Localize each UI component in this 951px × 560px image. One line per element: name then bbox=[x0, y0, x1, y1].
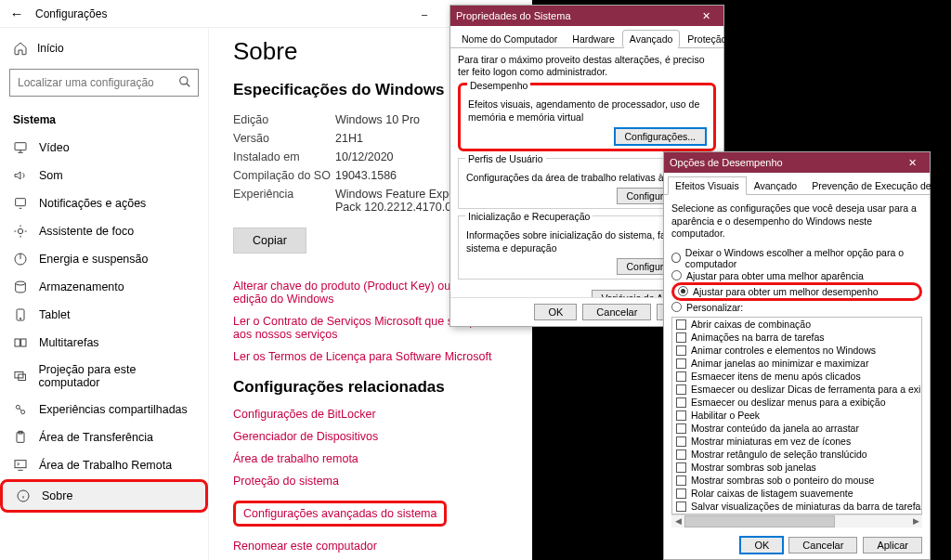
checkbox-item[interactable]: Animações na barra de tarefas bbox=[672, 331, 921, 344]
power-icon bbox=[13, 252, 28, 267]
back-button[interactable]: ← bbox=[6, 6, 28, 21]
performance-group-text: Efeitos visuais, agendamento de processa… bbox=[468, 98, 706, 124]
ok-button[interactable]: OK bbox=[534, 304, 577, 320]
sidebar-item-display[interactable]: Vídeo bbox=[0, 134, 208, 162]
checkbox-item[interactable]: Mostrar miniaturas em vez de ícones bbox=[672, 435, 921, 448]
checkbox-label: Animar controles e elementos no Windows bbox=[691, 345, 876, 356]
sidebar-item-focus[interactable]: Assistente de foco bbox=[0, 217, 208, 245]
radio-icon bbox=[671, 253, 681, 263]
sidebar-item-about[interactable]: Sobre bbox=[0, 479, 208, 513]
checkbox-label: Animações na barra de tarefas bbox=[691, 332, 825, 343]
perf-title: Opções de Desempenho bbox=[670, 157, 783, 168]
performance-settings-button[interactable]: Configurações... bbox=[615, 128, 706, 145]
storage-icon bbox=[13, 280, 28, 294]
related-link[interactable]: Gerenciador de Dispositivos bbox=[233, 430, 508, 443]
cancel-button[interactable]: Cancelar bbox=[788, 537, 857, 553]
svg-rect-2 bbox=[16, 199, 26, 206]
svg-point-3 bbox=[18, 228, 22, 233]
tab-nome-do-computador[interactable]: Nome do Computador bbox=[454, 30, 565, 47]
product-link[interactable]: Ler os Termos de Licença para Software M… bbox=[233, 350, 508, 363]
related-heading: Configurações relacionadas bbox=[233, 378, 508, 397]
sidebar-item-label: Tablet bbox=[39, 308, 70, 321]
checkbox-icon bbox=[676, 449, 686, 460]
scroll-left-arrow[interactable]: ◀ bbox=[671, 515, 684, 527]
home-label: Início bbox=[37, 42, 64, 55]
radio-icon bbox=[678, 286, 688, 296]
tab-avançado[interactable]: Avançado bbox=[747, 176, 805, 194]
sysprops-title: Propriedades do Sistema bbox=[456, 10, 571, 21]
performance-options-dialog: Opções de Desempenho ✕ Efeitos VisuaisAv… bbox=[663, 151, 931, 560]
checkbox-item[interactable]: Esmaecer ou deslizar menus para a exibiç… bbox=[672, 396, 921, 409]
checkbox-icon bbox=[676, 371, 686, 382]
ok-button[interactable]: OK bbox=[740, 537, 783, 553]
related-link[interactable]: Área de trabalho remota bbox=[233, 452, 508, 465]
scroll-right-arrow[interactable]: ▶ bbox=[909, 515, 922, 527]
scroll-thumb[interactable] bbox=[684, 515, 835, 527]
checkbox-item[interactable]: Esmaecer itens de menu após clicados bbox=[672, 370, 921, 383]
cancel-button[interactable]: Cancelar bbox=[582, 304, 651, 320]
checkbox-item[interactable]: Mostrar retângulo de seleção translúcido bbox=[672, 448, 921, 461]
copy-button[interactable]: Copiar bbox=[233, 228, 306, 254]
radio-option[interactable]: Personalizar: bbox=[671, 302, 922, 313]
sidebar-item-label: Energia e suspensão bbox=[39, 253, 148, 266]
sidebar-item-remote[interactable]: Área de Trabalho Remota bbox=[0, 451, 208, 479]
related-link[interactable]: Renomear este computador bbox=[233, 540, 508, 553]
radio-option[interactable]: Ajustar para obter uma melhor aparência bbox=[671, 270, 922, 281]
sidebar-item-home[interactable]: Início bbox=[0, 35, 208, 61]
checkbox-icon bbox=[676, 488, 686, 499]
checkbox-icon bbox=[676, 384, 686, 395]
tab-remoto[interactable]: Remoto bbox=[786, 30, 835, 47]
tab-efeitos-visuais[interactable]: Efeitos Visuais bbox=[668, 176, 747, 195]
sidebar-item-label: Armazenamento bbox=[39, 280, 124, 293]
sidebar-item-storage[interactable]: Armazenamento bbox=[0, 273, 208, 301]
checkbox-item[interactable]: Habilitar o Peek bbox=[672, 409, 921, 422]
related-link[interactable]: Configurações avançadas do sistema bbox=[233, 501, 447, 527]
sidebar-item-notif[interactable]: Notificações e ações bbox=[0, 189, 208, 217]
checkbox-item[interactable]: Rolar caixas de listagem suavemente bbox=[672, 487, 921, 500]
close-button[interactable]: ✕ bbox=[694, 10, 718, 22]
sidebar-item-multitask[interactable]: Multitarefas bbox=[0, 329, 208, 357]
checkbox-item[interactable]: Esmaecer ou deslizar Dicas de ferramenta… bbox=[672, 383, 921, 396]
related-link[interactable]: Configurações de BitLocker bbox=[233, 408, 508, 421]
visual-effects-list[interactable]: Abrir caixas de combinaçãoAnimações na b… bbox=[671, 317, 922, 514]
svg-rect-9 bbox=[21, 339, 26, 346]
sidebar-item-project[interactable]: Projeção para este computador bbox=[0, 357, 208, 396]
sidebar-item-label: Projeção para este computador bbox=[38, 363, 195, 389]
apply-button[interactable]: Aplicar bbox=[863, 537, 922, 553]
checkbox-item[interactable]: Animar controles e elementos no Windows bbox=[672, 344, 921, 357]
tab-avançado[interactable]: Avançado bbox=[622, 30, 681, 48]
close-button[interactable]: ✕ bbox=[900, 157, 924, 169]
checkbox-item[interactable]: Salvar visualizações de miniaturas da ba… bbox=[672, 500, 921, 513]
display-icon bbox=[13, 140, 28, 155]
sidebar-item-tablet[interactable]: Tablet bbox=[0, 301, 208, 329]
checkbox-item[interactable]: Mostrar sombras sob janelas bbox=[672, 461, 921, 474]
focus-icon bbox=[13, 224, 28, 239]
checkbox-label: Esmaecer ou deslizar menus para a exibiç… bbox=[691, 397, 886, 408]
checkbox-item[interactable]: Animar janelas ao minimizar e maximizar bbox=[672, 357, 921, 370]
related-link[interactable]: Proteção do sistema bbox=[233, 475, 508, 488]
checkbox-label: Esmaecer itens de menu após clicados bbox=[691, 371, 861, 382]
checkbox-label: Salvar visualizações de miniaturas da ba… bbox=[691, 501, 922, 512]
checkbox-item[interactable]: Mostrar conteúdo da janela ao arrastar bbox=[672, 422, 921, 435]
svg-rect-8 bbox=[15, 339, 20, 346]
radio-option[interactable]: Deixar o Windows escolher a melhor opção… bbox=[671, 247, 922, 269]
checkbox-item[interactable]: Mostrar sombras sob o ponteiro do mouse bbox=[672, 474, 921, 487]
settings-sidebar: Início Sistema VídeoSomNotificações e aç… bbox=[0, 28, 209, 560]
checkbox-item[interactable]: Abrir caixas de combinação bbox=[672, 318, 921, 331]
performance-group-title: Desempenho bbox=[467, 79, 530, 92]
minimize-button[interactable]: – bbox=[404, 0, 445, 28]
startup-title: Inicialização e Recuperação bbox=[465, 210, 593, 223]
sidebar-item-power[interactable]: Energia e suspensão bbox=[0, 245, 208, 273]
search-input-wrapper[interactable] bbox=[9, 69, 199, 97]
tab-proteção-do-sistema[interactable]: Proteção do Sistema bbox=[680, 30, 785, 47]
remote-icon bbox=[13, 458, 28, 473]
tab-prevenção-de-execução-de-dados[interactable]: Prevenção de Execução de Dados bbox=[804, 176, 951, 194]
sidebar-item-clipboard[interactable]: Área de Transferência bbox=[0, 423, 208, 451]
radio-option[interactable]: Ajustar para obter um melhor desempenho bbox=[671, 282, 922, 301]
horizontal-scrollbar[interactable]: ◀ ▶ bbox=[671, 514, 922, 527]
sidebar-item-sound[interactable]: Som bbox=[0, 162, 208, 189]
tab-hardware[interactable]: Hardware bbox=[565, 30, 622, 47]
search-input[interactable] bbox=[10, 76, 172, 89]
shared-icon bbox=[13, 402, 28, 417]
sidebar-item-shared[interactable]: Experiências compartilhadas bbox=[0, 396, 208, 423]
